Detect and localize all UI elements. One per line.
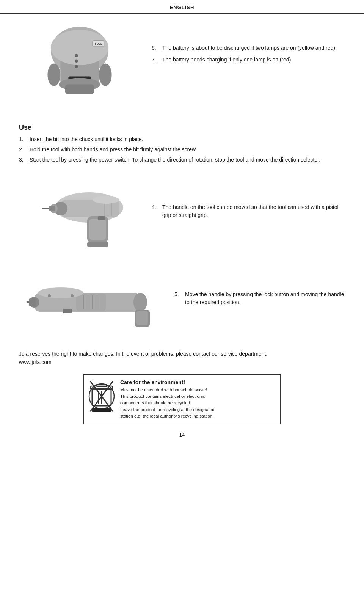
svg-point-2 bbox=[51, 30, 108, 65]
svg-point-7 bbox=[75, 65, 78, 68]
step-1: 1. Insert the bit into the chuck until i… bbox=[19, 135, 345, 143]
handle-image-container bbox=[19, 262, 163, 338]
handle-image bbox=[27, 266, 155, 334]
svg-rect-20 bbox=[89, 219, 106, 240]
handle-section: 5. Move the handle by pressing the lock … bbox=[19, 262, 345, 338]
env-body: Must not be discarded with household was… bbox=[120, 387, 276, 419]
page-header: ENGLISH bbox=[0, 0, 364, 14]
drill-text-container: 4. The handle on the tool can be moved s… bbox=[140, 203, 345, 223]
env-line-1: Must not be discarded with household was… bbox=[120, 388, 207, 392]
svg-point-12 bbox=[99, 64, 112, 86]
battery-tool-image: FULL bbox=[38, 25, 121, 108]
step-3-num: 3. bbox=[19, 156, 30, 164]
svg-text:FULL: FULL bbox=[95, 42, 102, 46]
item-7-text: The battery needs charging if only one l… bbox=[162, 56, 345, 64]
point-4: 4. The handle on the tool can be moved s… bbox=[152, 203, 345, 219]
env-text-block: Care for the environment! Must not be di… bbox=[120, 379, 276, 419]
drill-image-container bbox=[19, 171, 140, 255]
env-line-4: Leave the product for recycling at the d… bbox=[120, 407, 215, 412]
svg-rect-42 bbox=[63, 309, 72, 313]
step-1-num: 1. bbox=[19, 135, 30, 143]
svg-rect-52 bbox=[92, 408, 111, 412]
battery-text-container: 6. The battery is about to be discharged… bbox=[140, 21, 345, 68]
page-number: 14 bbox=[19, 432, 345, 438]
footer-line2: www.jula.com bbox=[19, 358, 345, 366]
handle-text-container: 5. Move the handle by pressing the lock … bbox=[163, 291, 345, 310]
use-section: Use 1. Insert the bit into the chuck unt… bbox=[19, 124, 345, 164]
environment-box: Care for the environment! Must not be di… bbox=[83, 374, 281, 424]
step-2-text: Hold the tool with both hands and press … bbox=[30, 146, 345, 154]
drill-section: 4. The handle on the tool can be moved s… bbox=[19, 171, 345, 255]
point-5: 5. Move the handle by pressing the lock … bbox=[174, 291, 345, 306]
svg-point-40 bbox=[48, 294, 51, 297]
svg-rect-34 bbox=[76, 294, 106, 311]
step-1-text: Insert the bit into the chuck until it l… bbox=[30, 135, 345, 143]
recycle-icon bbox=[88, 379, 115, 415]
svg-point-11 bbox=[47, 64, 60, 86]
battery-image-container: FULL bbox=[19, 21, 140, 112]
svg-point-26 bbox=[93, 196, 119, 204]
svg-point-41 bbox=[71, 294, 74, 297]
svg-point-6 bbox=[75, 60, 78, 63]
step-2: 2. Hold the tool with both hands and pre… bbox=[19, 146, 345, 154]
env-title: Care for the environment! bbox=[120, 379, 276, 385]
item-6-number: 6. bbox=[152, 44, 162, 52]
svg-rect-29 bbox=[29, 298, 36, 306]
use-title: Use bbox=[19, 124, 345, 132]
steps-list: 1. Insert the bit into the chuck until i… bbox=[19, 135, 345, 164]
footer-line1: Jula reserves the right to make changes.… bbox=[19, 350, 345, 358]
svg-point-39 bbox=[38, 287, 83, 298]
step-3: 3. Start the tool by pressing the power … bbox=[19, 156, 345, 164]
step-3-text: Start the tool by pressing the power swi… bbox=[30, 156, 345, 164]
svg-point-31 bbox=[133, 293, 147, 312]
point-4-text: The handle on the tool can be moved so t… bbox=[162, 203, 345, 219]
env-line-2: This product contains electrical or elec… bbox=[120, 394, 205, 399]
env-line-3: components that should be recycled. bbox=[120, 400, 191, 405]
footer-section: Jula reserves the right to make changes.… bbox=[19, 350, 345, 367]
point-4-number: 4. bbox=[152, 203, 162, 219]
item-7-number: 7. bbox=[152, 56, 162, 64]
drill-image bbox=[30, 175, 129, 251]
battery-item-7: 7. The battery needs charging if only on… bbox=[152, 56, 345, 64]
battery-item-6: 6. The battery is about to be discharged… bbox=[152, 44, 345, 52]
svg-rect-22 bbox=[98, 216, 105, 220]
svg-rect-21 bbox=[87, 242, 108, 247]
env-line-5: station e.g. the local authority's recyc… bbox=[120, 414, 213, 418]
svg-rect-10 bbox=[65, 85, 94, 94]
point-5-number: 5. bbox=[174, 291, 185, 306]
svg-rect-17 bbox=[49, 206, 55, 211]
battery-section: FULL 6. The battery is about to be disch… bbox=[19, 21, 345, 112]
step-2-num: 2. bbox=[19, 146, 30, 154]
svg-rect-33 bbox=[136, 311, 148, 325]
item-6-text: The battery is about to be discharged if… bbox=[162, 44, 345, 52]
svg-point-5 bbox=[75, 54, 78, 57]
header-title: ENGLISH bbox=[170, 5, 195, 10]
point-5-text: Move the handle by pressing the lock but… bbox=[185, 291, 345, 306]
